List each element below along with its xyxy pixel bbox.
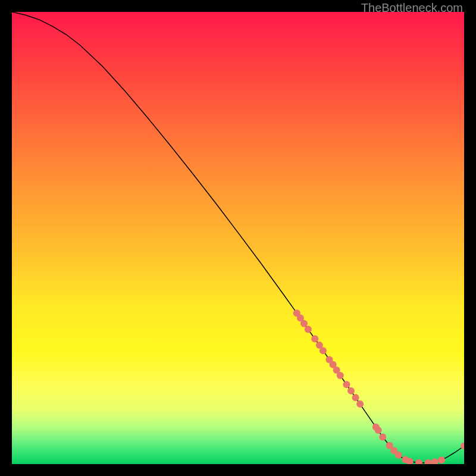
- data-marker: [415, 459, 422, 464]
- markers-group: [293, 309, 464, 464]
- data-marker: [347, 387, 355, 394]
- data-marker: [320, 347, 327, 354]
- watermark-text: TheBottleneck.com: [361, 1, 463, 15]
- data-marker: [337, 372, 344, 379]
- data-marker: [424, 459, 431, 464]
- chart-svg: [12, 12, 464, 464]
- chart-container: TheBottleneck.com: [0, 0, 476, 476]
- data-marker: [356, 400, 364, 408]
- data-marker: [395, 452, 402, 459]
- data-marker: [300, 320, 308, 327]
- data-marker: [431, 458, 439, 464]
- plot-area: [12, 12, 464, 464]
- data-marker: [375, 427, 382, 434]
- data-marker: [352, 394, 359, 401]
- data-marker: [311, 335, 318, 342]
- data-marker: [343, 381, 350, 388]
- data-marker: [305, 326, 312, 333]
- curve-line: [12, 12, 464, 463]
- data-marker: [379, 433, 386, 440]
- data-marker: [438, 456, 445, 464]
